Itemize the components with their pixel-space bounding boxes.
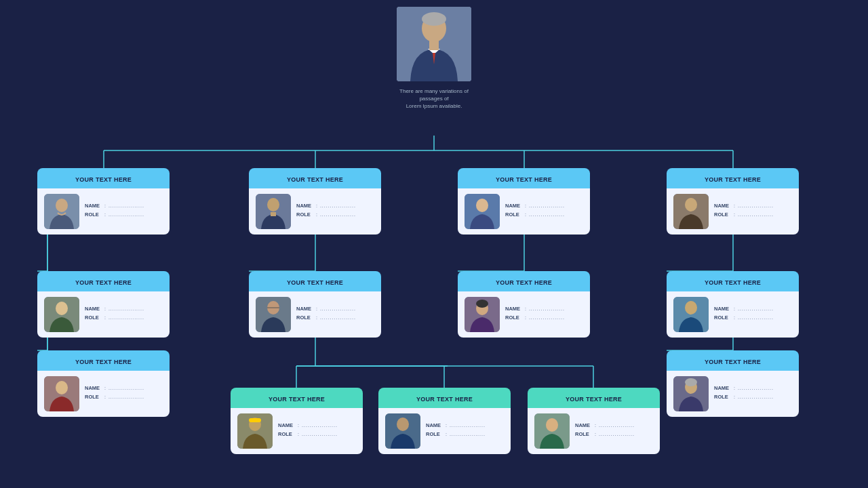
name-dots-c2: : .................. [316,203,356,208]
role-row-c13: ROLE : .................. [714,394,792,400]
svg-point-48 [685,301,697,314]
name-dots-c5: : .................. [104,306,144,311]
person-info-c11: NAME : .................. ROLE : .......… [426,422,504,440]
card-body-c6: NAME : .................. ROLE : .......… [249,291,381,338]
card-body-c12: NAME : .................. ROLE : .......… [528,408,660,454]
card-title-c4: YOUR TEXT HERE [705,176,761,183]
card-title-c12: YOUR TEXT HERE [566,396,622,403]
svg-point-55 [397,418,409,431]
org-card-c4: YOUR TEXT HERE NAME : ..................… [667,168,799,235]
org-card-c3: YOUR TEXT HERE NAME : ..................… [458,168,590,235]
name-dots-c1: : .................. [104,203,144,208]
name-row-c8: NAME : .................. [714,306,792,312]
role-label-c2: ROLE [296,211,314,218]
person-info-c9: NAME : .................. ROLE : .......… [85,385,163,403]
person-info-c10: NAME : .................. ROLE : .......… [278,422,356,440]
card-title-c1: YOUR TEXT HERE [75,176,132,183]
role-dots-c4: : .................. [734,212,774,217]
card-header-c10: YOUR TEXT HERE [231,388,363,408]
card-header-c7: YOUR TEXT HERE [458,271,590,291]
name-label-c4: NAME [714,203,732,209]
name-row-c11: NAME : .................. [426,422,504,428]
name-row-c1: NAME : .................. [85,203,163,209]
card-header-c11: YOUR TEXT HERE [378,388,511,408]
name-row-c4: NAME : .................. [714,203,792,209]
org-card-c6: YOUR TEXT HERE NAME : ..................… [249,271,381,338]
role-dots-c12: : .................. [595,432,635,436]
org-card-c5: YOUR TEXT HERE NAME : ..................… [37,271,170,338]
org-card-c8: YOUR TEXT HERE NAME : ..................… [667,271,799,338]
role-label-c4: ROLE [714,211,732,218]
svg-rect-3 [429,41,439,50]
card-body-c3: NAME : .................. ROLE : .......… [458,188,590,235]
svg-point-60 [685,378,697,386]
name-dots-c11: : .................. [446,423,486,428]
role-label-c1: ROLE [85,211,102,218]
name-row-c2: NAME : .................. [296,203,374,209]
card-header-c6: YOUR TEXT HERE [249,271,381,291]
org-card-c12: YOUR TEXT HERE NAME : ..................… [528,388,660,454]
svg-point-31 [56,199,68,212]
role-row-c1: ROLE : .................. [85,211,163,218]
role-row-c12: ROLE : .................. [575,431,653,437]
person-photo-c2 [256,194,291,229]
name-label-c9: NAME [85,385,102,391]
role-dots-c1: : .................. [104,212,144,217]
card-title-c10: YOUR TEXT HERE [269,396,325,403]
person-info-c4: NAME : .................. ROLE : .......… [714,203,792,220]
name-label-c12: NAME [575,422,593,428]
role-row-c5: ROLE : .................. [85,314,163,321]
person-photo-c1 [44,194,79,229]
person-info-c6: NAME : .................. ROLE : .......… [296,306,374,323]
svg-point-57 [546,418,558,432]
card-body-c8: NAME : .................. ROLE : .......… [667,291,799,338]
person-info-c1: NAME : .................. ROLE : .......… [85,203,163,220]
card-header-c5: YOUR TEXT HERE [37,271,170,291]
person-photo-c7 [465,297,500,332]
card-title-c5: YOUR TEXT HERE [75,279,132,286]
name-dots-c12: : .................. [595,423,635,428]
card-title-c13: YOUR TEXT HERE [705,359,761,365]
name-label-c11: NAME [426,422,443,428]
svg-point-36 [476,199,488,212]
card-body-c9: NAME : .................. ROLE : .......… [37,371,170,417]
org-card-c10: YOUR TEXT HERE NAME : ..................… [231,388,363,454]
person-info-c2: NAME : .................. ROLE : .......… [296,203,374,220]
name-label-c8: NAME [714,306,732,312]
card-body-c5: NAME : .................. ROLE : .......… [37,291,170,338]
role-dots-c7: : .................. [525,315,565,320]
name-label-c6: NAME [296,306,314,312]
card-header-c1: YOUR TEXT HERE [37,168,170,188]
svg-point-38 [685,198,697,211]
org-card-c7: YOUR TEXT HERE NAME : ..................… [458,271,590,338]
role-label-c5: ROLE [85,314,102,321]
role-dots-c2: : .................. [316,212,356,217]
role-label-c12: ROLE [575,431,593,437]
role-dots-c13: : .................. [734,394,774,399]
card-body-c1: NAME : .................. ROLE : .......… [37,188,170,235]
name-dots-c13: : .................. [734,386,774,390]
card-title-c8: YOUR TEXT HERE [705,279,761,286]
name-label-c1: NAME [85,203,102,209]
card-body-c2: NAME : .................. ROLE : .......… [249,188,381,235]
person-info-c12: NAME : .................. ROLE : .......… [575,422,653,440]
name-dots-c7: : .................. [525,306,565,311]
person-photo-c11 [385,413,420,449]
card-body-c7: NAME : .................. ROLE : .......… [458,291,590,338]
card-header-c2: YOUR TEXT HERE [249,168,381,188]
role-dots-c10: : .................. [298,432,338,436]
svg-rect-34 [271,212,276,216]
org-card-c9: YOUR TEXT HERE NAME : ..................… [37,350,170,417]
org-card-c13: YOUR TEXT HERE NAME : ..................… [667,350,799,417]
card-header-c13: YOUR TEXT HERE [667,350,799,371]
name-row-c5: NAME : .................. [85,306,163,312]
card-title-c7: YOUR TEXT HERE [496,279,552,286]
name-dots-c4: : .................. [734,203,774,208]
name-row-c3: NAME : .................. [505,203,583,209]
role-dots-c9: : .................. [104,394,144,399]
person-info-c8: NAME : .................. ROLE : .......… [714,306,792,323]
name-row-c6: NAME : .................. [296,306,374,312]
card-title-c11: YOUR TEXT HERE [416,396,473,403]
role-dots-c6: : .................. [316,315,356,320]
card-header-c9: YOUR TEXT HERE [37,350,170,371]
